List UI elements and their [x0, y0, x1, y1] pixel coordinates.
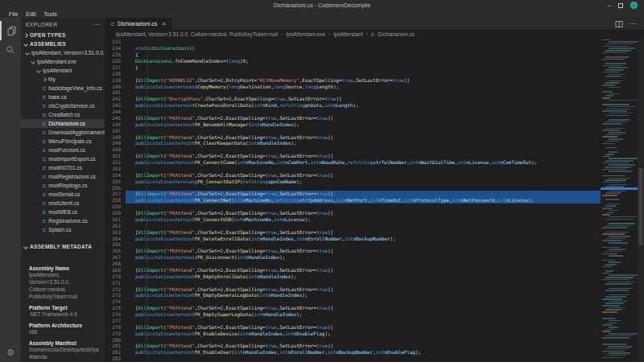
code-line-244[interactable]: 244: [105, 109, 644, 115]
code-line-239[interactable]: 239 [DllImport("KERNEL32", CharSet=2, En…: [105, 76, 644, 83]
code-line-275[interactable]: 275 [DllImport("FKAttend", CharSet=2, Ex…: [105, 305, 644, 311]
code-line-274[interactable]: 274: [105, 298, 644, 305]
tab-close-icon[interactable]: ×: [162, 20, 166, 27]
sidebar-item-modseriali-cs[interactable]: CmodSeriali.cs: [21, 190, 105, 199]
code-line-263[interactable]: 263 [DllImport("FKAttend", CharSet=2, Ex…: [105, 228, 644, 235]
code-line-259[interactable]: 259: [105, 204, 644, 210]
code-line-242[interactable]: 242 [DllImport("EncriptPass", CharSet=2,…: [105, 96, 644, 102]
sidebar-item-ipsattendant-version-3-51-0-0-cul[interactable]: IpsAttendant, Version=3.51.0.0, Cul...: [21, 48, 105, 57]
code-line-278[interactable]: 278 [DllImport("FKAttend", CharSet=2, Ex…: [105, 323, 644, 330]
line-number: 257: [105, 191, 126, 196]
code-line-251[interactable]: 251 [DllImport("FKAttend", CharSet=2, Ex…: [105, 153, 644, 159]
code-line-240[interactable]: 240 public static extern void CopyMemory…: [105, 83, 644, 89]
code-line-233[interactable]: 233: [105, 39, 644, 45]
breadcrumb-item[interactable]: IpsAttendant.exe: [286, 31, 325, 37]
code-line-234[interactable]: 234 static Dichiarazioni(): [105, 45, 644, 51]
code-line-271[interactable]: 271: [105, 279, 644, 286]
sidebar-item-modfunzioni-cs[interactable]: CmodFunzioni.cs: [21, 146, 105, 154]
menu-item-edit[interactable]: Edit: [22, 11, 39, 17]
sidebar-item-base-cs[interactable]: Cbase.cs: [21, 93, 105, 101]
code-line-261[interactable]: 261 public static extern int FK_ConnectU…: [105, 216, 644, 223]
code-line-280[interactable]: 280: [105, 336, 644, 343]
code-line-258[interactable]: 258 public static extern int FK_ConnectN…: [105, 197, 644, 204]
split-editor-icon[interactable]: [615, 20, 623, 28]
breadcrumb-item[interactable]: IpsAttendant: [333, 31, 363, 37]
code-line-253[interactable]: 253: [105, 166, 644, 172]
code-line-249[interactable]: 249 public static extern int FK_ClearKee…: [105, 140, 644, 146]
code-line-264[interactable]: 264 public static extern int FK_DeleteEn…: [105, 235, 644, 241]
code-line-262[interactable]: 262: [105, 222, 644, 228]
code-line-276[interactable]: 276 public static extern int FK_EmptySup…: [105, 311, 644, 318]
code-line-255[interactable]: 255 public static extern long FK_Connect…: [105, 178, 644, 184]
code-line-256[interactable]: 256: [105, 184, 644, 191]
code-line-238[interactable]: 238: [105, 70, 644, 76]
section-open-types[interactable]: OPEN TYPES: [21, 31, 105, 39]
titlebar: Dichiarazioni.cs - CodemerxDecompile – ×: [0, 0, 644, 10]
sidebar-item-backstageview-info-cs[interactable]: CbackstageView_Info.cs: [21, 84, 105, 93]
sidebar-item-downloadaggiornamento-cs[interactable]: CDownloadAggiornamento.cs: [21, 128, 105, 137]
sidebar-item-modutenti-cs[interactable]: CmodUtenti.cs: [21, 199, 105, 208]
code-line-257[interactable]: 257 [DllImport("FKAttend", CharSet=2, Ex…: [105, 191, 644, 197]
close-button[interactable]: ×: [630, 2, 638, 9]
sidebar-item-modriepilogo-cs[interactable]: CmodRiepilogo.cs: [21, 181, 105, 190]
code-line-250[interactable]: 250: [105, 146, 644, 153]
sidebar-item-creabatch-cs[interactable]: CCreaBatch.cs: [21, 110, 105, 119]
code-line-245[interactable]: 245 [DllImport("FKAttend", CharSet=2, Ex…: [105, 115, 644, 121]
code-line-265[interactable]: 265: [105, 241, 644, 248]
sidebar-item-modkt0701-cs[interactable]: CmodKt0701.cs: [21, 163, 105, 172]
sidebar-item-splash-cs[interactable]: CSplash.cs: [21, 225, 105, 234]
code-line-277[interactable]: 277: [105, 318, 644, 324]
code-line-266[interactable]: 266 [DllImport("FKAttend", CharSet=2, Ex…: [105, 248, 644, 254]
code-line-268[interactable]: 268: [105, 261, 644, 267]
editor-more-icon[interactable]: ⋯: [630, 20, 636, 27]
sidebar-item-menuprincipale-cs[interactable]: CMenuPrincipale.cs: [21, 137, 105, 146]
sidebar-item-ipsattendant-exe[interactable]: IpsAttendant.exe: [21, 57, 105, 66]
code-line-281[interactable]: 281 [DllImport("FKAttend", CharSet=2, Ex…: [105, 343, 644, 349]
sidebar-item-modregistrazioni-cs[interactable]: CmodRegistrazioni.cs: [21, 172, 105, 181]
search-icon[interactable]: [0, 40, 21, 60]
code-line-237[interactable]: 237 }: [105, 64, 644, 71]
code-line-252[interactable]: 252 public static extern int FK_ConnectC…: [105, 159, 644, 166]
code-line-248[interactable]: 248 [DllImport("FKAttend", CharSet=2, Ex…: [105, 134, 644, 140]
menu-item-tools[interactable]: Tools: [39, 11, 60, 17]
settings-gear-icon[interactable]: ⚙: [0, 343, 21, 362]
code-line-270[interactable]: 270 public static extern int FK_EmptyEnr…: [105, 273, 644, 279]
maximize-button[interactable]: [618, 3, 623, 8]
line-number: 236: [105, 58, 126, 64]
code-line-241[interactable]: 241: [105, 89, 644, 96]
section-assembly-metadata[interactable]: ASSEMBLY METADATA: [21, 242, 105, 251]
sidebar-item-registrazione-cs[interactable]: CRegistrazione.cs: [21, 216, 105, 225]
code-line-246[interactable]: 246 public static extern int FK_BenumbAl…: [105, 121, 644, 127]
sidebar-item-modweb-cs[interactable]: CmodWEB.cs: [21, 208, 105, 216]
code-line-279[interactable]: 279 public static extern int FK_EnableDe…: [105, 330, 644, 336]
code-line-247[interactable]: 247: [105, 127, 644, 134]
minimap[interactable]: [601, 39, 638, 362]
code-line-273[interactable]: 273 public static extern int FK_EmptyGen…: [105, 292, 644, 298]
menu-item-file[interactable]: File: [5, 11, 22, 17]
sidebar-item-clscryptoservice-cs[interactable]: CclsCryptoService.cs: [21, 101, 105, 110]
minimize-button[interactable]: –: [608, 2, 611, 9]
tab-dichiarazioni[interactable]: C Dichiarazioni.cs ×: [105, 18, 172, 30]
sidebar-item-dichiarazioni-cs[interactable]: CDichiarazioni.cs: [21, 119, 105, 128]
scrollbar-thumb[interactable]: [638, 168, 643, 245]
line-number: 283: [105, 356, 126, 361]
explorer-files-icon[interactable]: [0, 21, 21, 40]
code-line-260[interactable]: 260 [DllImport("FKAttend", CharSet=2, Ex…: [105, 210, 644, 216]
code-line-243[interactable]: 243 public static extern int CreatePassE…: [105, 102, 644, 109]
code-line-283[interactable]: 283: [105, 356, 644, 362]
explorer-more-icon[interactable]: ⋯: [93, 21, 100, 28]
sidebar-item-ipsattendant[interactable]: IpsAttendant: [21, 66, 105, 75]
section-assemblies[interactable]: ASSEMBLIES: [21, 39, 105, 48]
code-line-267[interactable]: 267 public static extern void FK_Disconn…: [105, 254, 644, 261]
breadcrumb-item[interactable]: IpsAttendant, Version=3.51.0.0, Culture=…: [116, 31, 278, 37]
code-line-236[interactable]: 236 Dichiarazioni.fnCommHandleIndex = (l…: [105, 58, 644, 64]
code-line-269[interactable]: 269 [DllImport("FKAttend", CharSet=2, Ex…: [105, 267, 644, 274]
code-line-282[interactable]: 282 public static extern int FK_EnableUs…: [105, 349, 644, 356]
code-line-272[interactable]: 272 [DllImport("FKAttend", CharSet=2, Ex…: [105, 286, 644, 292]
breadcrumb-item[interactable]: Dichiarazioni.cs: [378, 31, 415, 37]
sidebar-item-my[interactable]: My: [21, 75, 105, 84]
sidebar-item-modimportexport-cs[interactable]: CmodImportExport.cs: [21, 154, 105, 163]
code-line-254[interactable]: 254 [DllImport("FKAttend", CharSet=2, Ex…: [105, 171, 644, 178]
code-line-235[interactable]: 235 {: [105, 51, 644, 58]
editor-scrollbar[interactable]: [638, 39, 644, 362]
